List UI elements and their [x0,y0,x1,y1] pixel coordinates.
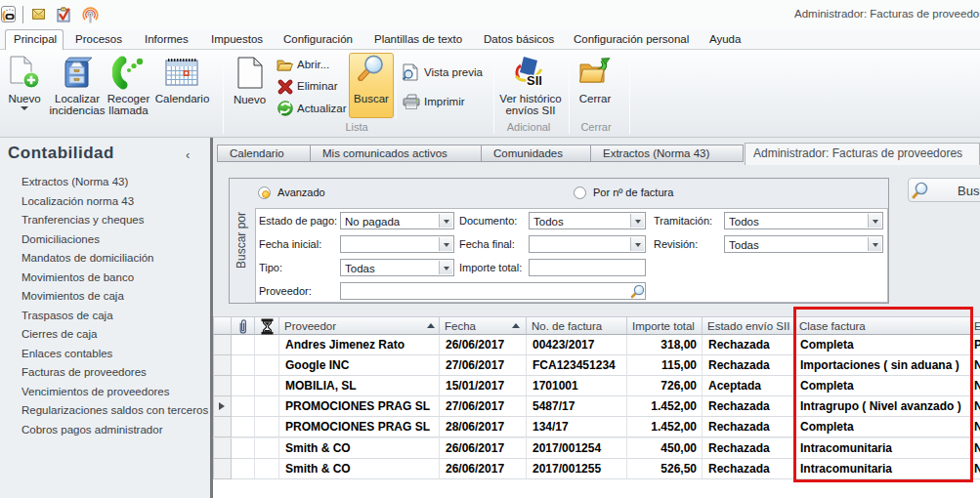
svg-text:SII: SII [527,73,542,88]
